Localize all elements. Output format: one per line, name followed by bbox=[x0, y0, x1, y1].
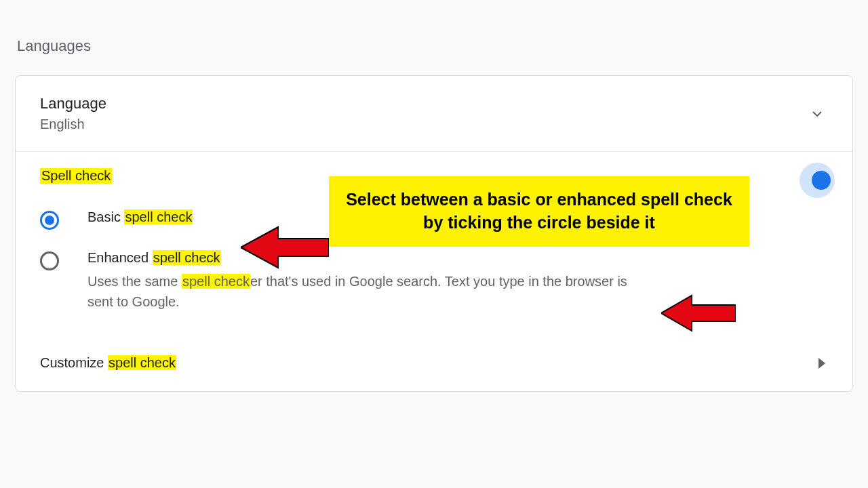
enhanced-label: Enhanced spell check bbox=[87, 250, 644, 266]
svg-marker-1 bbox=[661, 296, 736, 331]
language-row-text: Language English bbox=[40, 95, 106, 132]
language-label: Language bbox=[40, 95, 106, 113]
language-row[interactable]: Language English bbox=[16, 76, 852, 152]
enhanced-option-text: Enhanced spell check Uses the same spell… bbox=[87, 250, 644, 312]
chevron-right-icon bbox=[818, 358, 825, 369]
svg-marker-0 bbox=[241, 227, 329, 268]
toggle-knob bbox=[812, 171, 831, 190]
spellcheck-toggle[interactable] bbox=[800, 163, 835, 198]
radio-enhanced[interactable] bbox=[40, 251, 59, 270]
chevron-down-icon bbox=[809, 106, 825, 122]
customize-label: Customize spell check bbox=[40, 355, 176, 371]
annotation-arrow-left bbox=[241, 224, 329, 271]
basic-option-text: Basic spell check bbox=[87, 209, 193, 225]
radio-basic[interactable] bbox=[40, 211, 59, 230]
basic-label: Basic spell check bbox=[87, 209, 193, 224]
annotation-callout: Select between a basic or enhanced spell… bbox=[329, 176, 749, 247]
annotation-arrow-right bbox=[661, 293, 736, 333]
customize-spellcheck-row[interactable]: Customize spell check bbox=[16, 332, 852, 391]
page-title: Languages bbox=[0, 0, 868, 55]
language-value: English bbox=[40, 117, 106, 132]
enhanced-description: Uses the same spell checker that's used … bbox=[87, 271, 644, 312]
spellcheck-header: Spell check bbox=[40, 168, 112, 184]
